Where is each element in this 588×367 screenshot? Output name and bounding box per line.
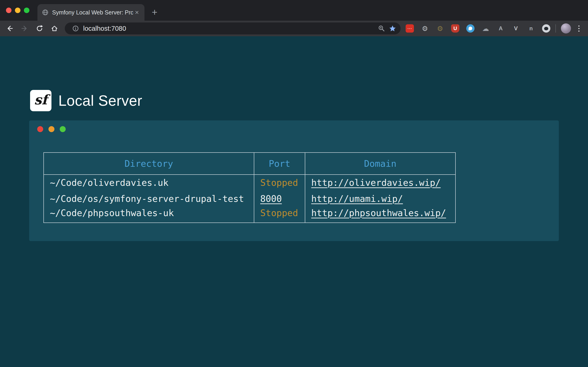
pinwheel-inner-shape	[468, 27, 472, 30]
forward-icon[interactable]	[20, 24, 29, 33]
bookmark-star-icon[interactable]	[389, 25, 397, 32]
brand-header: sf Local Server	[30, 90, 142, 111]
page-info-icon[interactable]	[72, 25, 79, 32]
github-extension-icon[interactable]	[542, 24, 550, 33]
window-controls	[6, 8, 29, 13]
letter-a-extension-icon[interactable]: A	[497, 24, 505, 33]
server-panel: Directory Port Domain ~/Code/oliverdavie…	[29, 120, 559, 241]
port-status-cell: Stopped	[254, 207, 305, 223]
browser-tab-active[interactable]: Symfony Local Web Server: Prox ×	[37, 4, 145, 21]
directory-cell: ~/Code/os/symfony-server-drupal-test	[44, 191, 254, 207]
back-icon[interactable]	[5, 24, 14, 33]
tab-close-icon[interactable]: ×	[133, 8, 141, 16]
column-header-domain: Domain	[305, 152, 456, 175]
page-title: Local Server	[58, 92, 142, 109]
table-header-row: Directory Port Domain	[44, 152, 456, 175]
servers-table: Directory Port Domain ~/Code/oliverdavie…	[43, 152, 456, 223]
domain-link[interactable]: http://oliverdavies.wip/	[311, 177, 441, 188]
home-icon[interactable]	[50, 24, 59, 33]
toolbar-separator	[555, 24, 556, 33]
symfony-logo: sf	[30, 90, 52, 111]
panel-red-dot	[37, 126, 43, 132]
window-minimize-button[interactable]	[15, 8, 20, 13]
table-row: ~/Code/phpsouthwales-uk Stopped http://p…	[44, 207, 456, 223]
panel-orange-dot	[48, 126, 54, 132]
extensions-row: ⋯ ⚙ ⚙ U ☁ A V n	[406, 24, 550, 33]
domain-link[interactable]: http://phpsouthwales.wip/	[311, 208, 446, 218]
red-dots-extension-icon[interactable]: ⋯	[406, 24, 414, 33]
table-row: ~/Code/os/symfony-server-drupal-test 800…	[44, 191, 456, 207]
zoom-icon[interactable]	[378, 25, 385, 32]
cloud-extension-icon[interactable]: ☁	[481, 24, 490, 33]
port-link[interactable]: 8000	[260, 194, 282, 204]
browser-menu-icon[interactable]	[574, 23, 583, 33]
domain-link[interactable]: http://umami.wip/	[311, 194, 403, 204]
column-header-directory: Directory	[44, 152, 254, 175]
address-bar[interactable]: localhost:7080	[65, 23, 401, 34]
new-tab-button[interactable]: +	[148, 6, 161, 19]
domain-cell: http://umami.wip/	[305, 191, 456, 207]
directory-cell: ~/Code/oliverdavies.uk	[44, 175, 254, 191]
window-zoom-button[interactable]	[24, 8, 29, 13]
window-close-button[interactable]	[6, 8, 11, 13]
panel-green-dot	[60, 126, 66, 132]
port-status-cell: 8000	[254, 191, 305, 207]
dark-gear-extension-icon[interactable]: ⚙	[436, 24, 444, 33]
directory-cell: ~/Code/phpsouthwales-uk	[44, 207, 254, 223]
tab-favicon-globe-icon	[42, 9, 48, 16]
browser-tabstrip: Symfony Local Web Server: Prox × +	[0, 0, 588, 21]
ublock-extension-icon[interactable]: U	[451, 24, 459, 33]
gear-extension-icon[interactable]: ⚙	[421, 24, 429, 33]
octocat-shape	[544, 27, 548, 30]
reload-icon[interactable]	[35, 24, 44, 33]
column-header-port: Port	[254, 152, 305, 175]
browser-toolbar: localhost:7080 ⋯ ⚙ ⚙ U ☁ A V n	[0, 21, 588, 36]
letter-v-extension-icon[interactable]: V	[512, 24, 520, 33]
domain-cell: http://phpsouthwales.wip/	[305, 207, 456, 223]
url-text[interactable]: localhost:7080	[83, 25, 374, 32]
pinwheel-extension-icon[interactable]	[466, 24, 475, 33]
domain-cell: http://oliverdavies.wip/	[305, 175, 456, 191]
tab-title: Symfony Local Web Server: Prox	[52, 9, 133, 16]
letter-n-extension-icon[interactable]: n	[527, 24, 535, 33]
port-status-cell: Stopped	[254, 175, 305, 191]
table-row: ~/Code/oliverdavies.uk Stopped http://ol…	[44, 175, 456, 191]
panel-traffic-lights	[37, 126, 66, 132]
profile-avatar[interactable]	[561, 23, 571, 33]
page-content: sf Local Server Directory Port Domain ~/…	[0, 36, 588, 367]
